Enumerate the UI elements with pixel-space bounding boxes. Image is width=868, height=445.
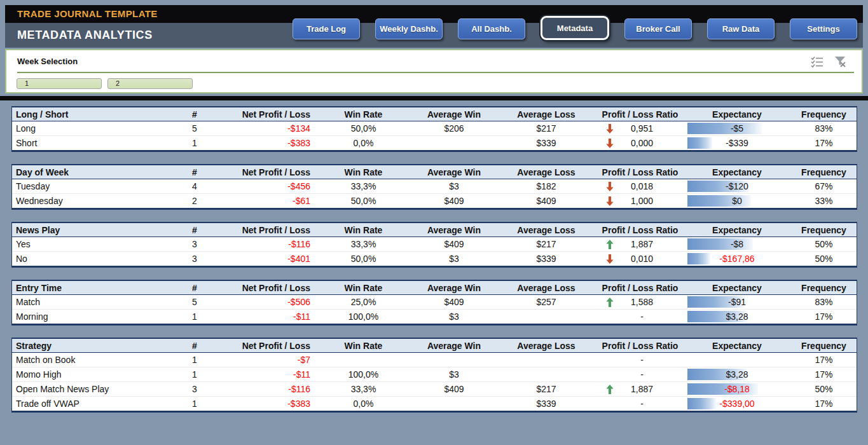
cell-profit-loss-ratio: - [597, 353, 683, 367]
cell-average-loss: $217 [495, 384, 597, 394]
analytics-table-news-play: News Play#Net Profit / LossWin RateAvera… [11, 222, 857, 268]
cell-profit-loss-ratio: 0,951 [597, 121, 683, 135]
cell-label: Wednesday [12, 196, 184, 206]
arrow-up-icon [606, 297, 614, 307]
column-header-net-profit-loss: Net Profit / Loss [205, 283, 314, 293]
cell-win-rate: 33,3% [314, 384, 413, 394]
column-header-average-loss: Average Loss [495, 341, 597, 351]
column-header-net-profit-loss: Net Profit / Loss [205, 109, 314, 120]
column-header-category: Strategy [12, 341, 184, 351]
cell-average-win: $206 [413, 123, 495, 134]
cell-frequency: 83% [791, 297, 857, 307]
arrow-down-icon [606, 138, 614, 148]
cell-net-profit-loss: -$116 [205, 239, 314, 249]
nav-button-metadata[interactable]: Metadata [541, 16, 609, 40]
nav-button-weekly-dashb[interactable]: Weekly Dashb. [375, 18, 443, 39]
column-header-: # [184, 167, 205, 177]
cell-label: Momo High [12, 369, 184, 380]
column-header-expectancy: Expectancy [683, 109, 791, 120]
cell-expectancy: $3,28 [683, 367, 791, 381]
cell-average-win: $409 [413, 196, 495, 206]
cell-average-win: $3 [413, 181, 495, 191]
cell-count: 5 [184, 297, 205, 307]
ratio-value: 0,000 [623, 138, 661, 148]
cell-frequency: 17% [791, 369, 857, 380]
cell-label: Yes [12, 239, 184, 249]
cell-count: 3 [184, 254, 205, 264]
cell-profit-loss-ratio: - [597, 397, 683, 411]
column-header-win-rate: Win Rate [314, 167, 413, 177]
table-row: Tuesday4-$45633,3%$3$1820,018-$12067% [12, 179, 857, 193]
cell-label: Short [12, 138, 184, 148]
cell-frequency: 17% [791, 312, 857, 322]
cell-net-profit-loss: -$456 [205, 181, 314, 191]
expectancy-value: -$8,18 [724, 384, 750, 394]
cell-net-profit-loss: -$7 [205, 355, 314, 365]
column-header-average-loss: Average Loss [495, 225, 597, 235]
column-header-profit-loss-ratio: Profit / Loss Ratio [597, 283, 683, 293]
cell-label: Match [12, 297, 184, 307]
table-row: Trade off VWAP1-$3830,0%$339--$339,0017% [12, 396, 857, 411]
column-header-net-profit-loss: Net Profit / Loss [205, 341, 314, 351]
column-header-average-win: Average Win [413, 341, 495, 351]
cell-expectancy: -$8 [683, 237, 791, 251]
expectancy-data-bar [687, 253, 710, 264]
table-header-row: News Play#Net Profit / LossWin RateAvera… [12, 223, 857, 237]
nav-button-raw-data[interactable]: Raw Data [707, 18, 775, 39]
cell-count: 5 [184, 123, 205, 134]
cell-frequency: 83% [791, 123, 857, 134]
column-header-expectancy: Expectancy [683, 167, 791, 177]
cell-win-rate: 0,0% [314, 399, 413, 409]
nav-button-broker-call[interactable]: Broker Call [624, 18, 692, 39]
cell-profit-loss-ratio: - [597, 310, 683, 324]
cell-count: 1 [184, 312, 205, 322]
expectancy-value: $3,28 [726, 312, 748, 322]
cell-expectancy: -$339,00 [683, 397, 791, 411]
ratio-value: - [623, 312, 661, 322]
column-header-frequency: Frequency [791, 109, 857, 120]
cell-net-profit-loss: -$134 [205, 123, 314, 134]
ratio-value: 1,887 [623, 239, 661, 249]
page-title: METADATA ANALYTICS [17, 29, 153, 42]
table-row: No3-$40150,0%$3$3390,010-$167,8650% [12, 251, 857, 266]
column-header-average-win: Average Win [413, 283, 495, 293]
cell-profit-loss-ratio: 1,887 [597, 237, 683, 251]
cell-frequency: 50% [791, 239, 857, 249]
cell-win-rate: 50,0% [314, 254, 413, 264]
nav-buttons: Trade LogWeekly Dashb.All Dashb.Metadata… [293, 17, 857, 40]
column-header-average-loss: Average Loss [495, 283, 597, 293]
cell-frequency: 50% [791, 384, 857, 394]
cell-net-profit-loss: -$383 [205, 399, 314, 409]
cell-win-rate: 33,3% [314, 239, 413, 249]
cell-frequency: 50% [791, 254, 857, 264]
cell-net-profit-loss: -$11 [205, 369, 314, 380]
cell-average-win: $409 [413, 297, 495, 307]
cell-label: Trade off VWAP [12, 399, 184, 409]
cell-win-rate: 0,0% [314, 138, 413, 148]
ratio-value: - [623, 369, 661, 380]
arrow-down-icon [606, 181, 614, 191]
ratio-value: 0,951 [623, 123, 661, 134]
cell-frequency: 33% [791, 196, 857, 206]
expectancy-value: $0 [732, 196, 742, 206]
table-row: Wednesday2-$6150,0%$409$4091,000$033% [12, 193, 857, 208]
table-row: Long5-$13450,0%$206$2170,951-$583% [12, 121, 857, 135]
column-header-average-win: Average Win [413, 109, 495, 120]
nav-button-settings[interactable]: Settings [790, 18, 857, 39]
column-header-category: Day of Week [12, 167, 184, 177]
nav-button-trade-log[interactable]: Trade Log [293, 18, 360, 39]
arrow-up-icon [606, 239, 614, 249]
expectancy-data-bar [687, 137, 712, 149]
cell-average-loss: $257 [495, 297, 597, 307]
ratio-value: 1,000 [623, 196, 661, 206]
ratio-value: - [623, 355, 661, 365]
cell-win-rate: 25,0% [314, 297, 413, 307]
cell-count: 1 [184, 399, 205, 409]
app-title: TRADE JOURNAL TEMPLATE [17, 8, 158, 19]
column-header-net-profit-loss: Net Profit / Loss [205, 225, 314, 235]
nav-button-all-dashb[interactable]: All Dashb. [458, 18, 525, 39]
column-header-expectancy: Expectancy [683, 225, 791, 235]
cell-label: Open Match News Play [12, 384, 184, 394]
column-header-win-rate: Win Rate [314, 341, 413, 351]
cell-expectancy: -$91 [683, 295, 791, 309]
